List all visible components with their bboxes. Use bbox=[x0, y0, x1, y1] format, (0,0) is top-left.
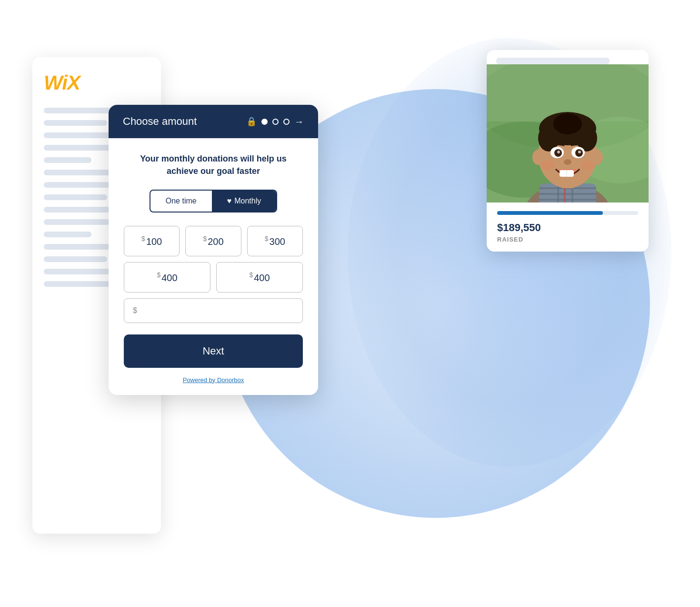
currency-symbol: $ bbox=[157, 271, 160, 279]
editor-line bbox=[44, 232, 91, 237]
raised-label: RAISED bbox=[497, 236, 638, 243]
svg-point-27 bbox=[557, 151, 560, 153]
custom-amount-input[interactable] bbox=[141, 306, 294, 315]
svg-point-21 bbox=[532, 150, 544, 165]
currency-symbol: $ bbox=[141, 235, 145, 243]
fundraiser-card: $189,550 RAISED bbox=[487, 50, 649, 252]
raised-amount: $189,550 bbox=[497, 222, 638, 234]
powered-by-link[interactable]: Powered by Donorbox bbox=[124, 376, 303, 384]
editor-line bbox=[44, 194, 107, 200]
card-header: Choose amount 🔒 → bbox=[109, 105, 318, 138]
svg-point-32 bbox=[541, 161, 554, 170]
amount-button-100[interactable]: $100 bbox=[124, 226, 180, 256]
fundraiser-top-bar bbox=[496, 58, 610, 64]
step-dot-3 bbox=[283, 119, 290, 125]
step-dot-2 bbox=[272, 119, 279, 125]
boy-portrait-svg bbox=[487, 64, 649, 202]
svg-rect-8 bbox=[539, 193, 596, 195]
amount-grid-row1: $100 $200 $300 bbox=[124, 226, 303, 256]
amount-button-200[interactable]: $200 bbox=[185, 226, 241, 256]
amount-grid-row2: $400 $400 bbox=[124, 262, 303, 293]
currency-symbol: $ bbox=[249, 271, 253, 279]
currency-symbol: $ bbox=[203, 235, 207, 243]
fundraiser-image bbox=[487, 64, 649, 202]
next-button[interactable]: Next bbox=[124, 334, 303, 368]
editor-line bbox=[44, 120, 107, 126]
amount-button-400a[interactable]: $400 bbox=[124, 262, 210, 293]
lock-icon: 🔒 bbox=[246, 116, 257, 127]
heart-icon: ♥ bbox=[227, 197, 232, 205]
arrow-right-icon: → bbox=[294, 116, 304, 127]
donation-tagline: Your monthly donations will help us achi… bbox=[124, 152, 303, 177]
svg-point-20 bbox=[553, 113, 582, 134]
amount-button-300[interactable]: $300 bbox=[247, 226, 303, 256]
donation-widget-card: Choose amount 🔒 → Your monthly donations… bbox=[109, 105, 318, 395]
widget-title: Choose amount bbox=[123, 115, 238, 128]
one-time-button[interactable]: One time bbox=[150, 191, 212, 212]
step-dot-1 bbox=[261, 119, 268, 125]
header-icons: 🔒 → bbox=[246, 116, 304, 127]
svg-point-22 bbox=[591, 150, 603, 165]
frequency-toggle: One time ♥Monthly bbox=[150, 190, 277, 212]
amount-button-400b[interactable]: $400 bbox=[216, 262, 303, 293]
custom-amount-input-wrap: $ bbox=[124, 298, 303, 323]
monthly-button[interactable]: ♥Monthly bbox=[212, 191, 277, 212]
progress-bar-background bbox=[497, 211, 638, 215]
card-body: Your monthly donations will help us achi… bbox=[109, 138, 318, 395]
editor-line bbox=[44, 256, 107, 262]
progress-bar-fill bbox=[497, 211, 603, 215]
svg-rect-9 bbox=[539, 199, 596, 201]
editor-line bbox=[44, 157, 91, 163]
svg-point-28 bbox=[578, 151, 581, 153]
currency-symbol: $ bbox=[265, 235, 269, 243]
currency-symbol: $ bbox=[133, 306, 137, 315]
progress-section: $189,550 RAISED bbox=[487, 202, 649, 252]
wix-logo: WiX bbox=[44, 71, 150, 94]
svg-point-33 bbox=[581, 161, 594, 170]
